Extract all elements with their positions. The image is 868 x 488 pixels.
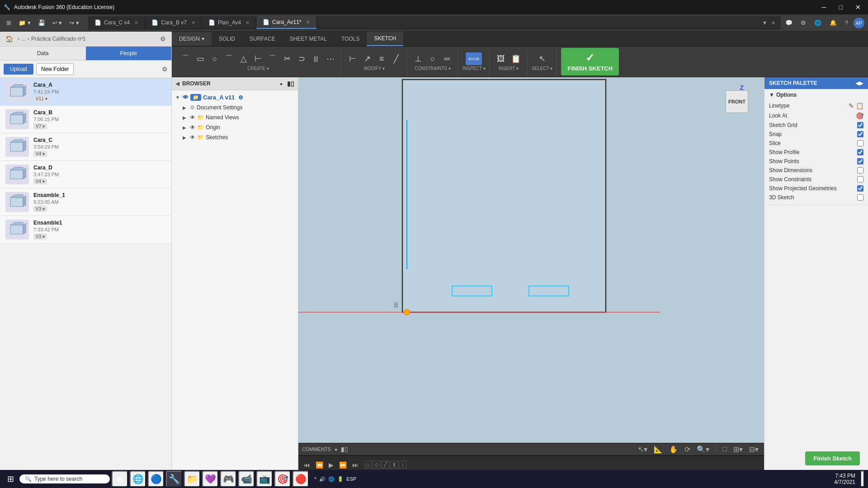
minimize-button[interactable]: ─ <box>818 4 830 11</box>
show-dimensions-checkbox[interactable] <box>857 167 863 174</box>
tray-battery-icon[interactable]: 🔋 <box>337 476 344 482</box>
save-button[interactable]: 💾 <box>35 18 48 28</box>
select-mode-button[interactable]: ↖▾ <box>636 444 649 455</box>
linetype-icon-button2[interactable]: 📋 <box>856 102 863 109</box>
close-tab-cara-b[interactable]: ✕ <box>191 20 195 26</box>
data-tab[interactable]: Data <box>0 47 86 60</box>
insert-dxf-tool[interactable]: 📋 <box>509 52 523 65</box>
tab-tools[interactable]: TOOLS <box>334 32 367 46</box>
taskbar-fusion-icon[interactable]: 🔧 <box>166 471 182 487</box>
home-button[interactable]: 🏠 <box>4 34 15 43</box>
show-points-checkbox[interactable] <box>857 158 863 164</box>
sketches-expand-icon[interactable]: ▶ <box>183 135 188 140</box>
show-profile-checkbox[interactable] <box>857 149 863 155</box>
doc-tab-cara-b[interactable]: 📄 Cara_B v7 ✕ <box>145 17 202 28</box>
browser-item-origin[interactable]: ▶ 👁 📁 Origin <box>179 122 298 132</box>
people-tab[interactable]: People <box>86 47 172 60</box>
taskbar-teams-icon[interactable]: 💜 <box>202 471 218 487</box>
browser-item-named-views[interactable]: ▶ 👁 📁 Named Views <box>179 113 298 122</box>
start-button[interactable]: ⊞ <box>4 472 18 486</box>
modify-tool1[interactable]: ⊢ <box>346 52 359 65</box>
taskbar-clock[interactable]: 7:43 PM 4/7/2021 <box>830 473 859 485</box>
zoom-button[interactable]: 🔍▾ <box>695 444 711 455</box>
redo-button[interactable]: ↪ ▾ <box>66 18 82 28</box>
taskbar-discord-icon[interactable]: 🎮 <box>220 471 236 487</box>
sketch-filter-button[interactable]: ⫶ <box>399 461 406 469</box>
design-dropdown[interactable]: DESIGN ▾ <box>172 32 212 46</box>
modify-tool3[interactable]: ≡ <box>375 52 388 65</box>
sketch-param-button[interactable]: ⊻ <box>390 461 398 469</box>
taskbar-files-icon[interactable]: 📁 <box>184 471 200 487</box>
timeline-beginning-button[interactable]: ⏮ <box>302 460 312 469</box>
root-visibility-icon[interactable]: 👁 <box>183 94 189 101</box>
timeline-end-button[interactable]: ⏭ <box>350 460 360 469</box>
tray-speaker-icon[interactable]: 🔊 <box>319 476 326 482</box>
maximize-button[interactable]: □ <box>835 4 846 11</box>
origin-expand-icon[interactable]: ▶ <box>183 125 188 130</box>
root-expand-icon[interactable]: ▼ <box>175 95 181 100</box>
front-face[interactable]: FRONT <box>726 90 748 113</box>
file-version-badge[interactable]: V4 ▾ <box>33 151 47 157</box>
file-version-badge[interactable]: V7 ▾ <box>33 123 47 129</box>
circle-tool[interactable]: ○ <box>208 52 222 65</box>
tab-sketch[interactable]: SKETCH <box>367 32 403 46</box>
tab-solid[interactable]: SOLID <box>212 32 242 46</box>
options-section-title[interactable]: ▼ Options <box>769 92 863 98</box>
linetype-icon-button1[interactable]: ✎ <box>849 102 854 109</box>
file-item-cara_c[interactable]: Cara_C3:54:29 PMV4 ▾ <box>0 133 171 161</box>
polygon-tool[interactable]: △ <box>237 52 250 65</box>
browser-collapse-button[interactable]: ◀ <box>175 80 179 87</box>
globe-button[interactable]: 🌐 <box>811 18 824 28</box>
file-item-cara_a[interactable]: Cara_A7:41:24 PMV11 ▾ <box>0 78 171 106</box>
constraint-tool1[interactable]: ⊥ <box>411 52 425 65</box>
panel-settings-button[interactable]: ⚙ <box>158 34 168 43</box>
named-views-expand-icon[interactable]: ▶ <box>183 115 188 120</box>
inspect-tool1[interactable]: ⟺ <box>466 52 482 65</box>
fillet-tool[interactable]: ⌒ <box>266 52 279 65</box>
modify-tool4[interactable]: ╱ <box>389 52 403 65</box>
file-item-ensamble1[interactable]: Ensamble17:33:42 PMV3 ▾ <box>0 216 171 244</box>
file-version-badge[interactable]: V11 ▾ <box>33 96 50 102</box>
look-at-button[interactable]: 🎯 <box>856 112 863 119</box>
file-item-ensamble_1[interactable]: Ensamble_19:23:05 AMV3 ▾ <box>0 188 171 216</box>
new-tab-button[interactable]: + <box>770 18 777 27</box>
close-tab-cara-c[interactable]: ✕ <box>134 20 138 26</box>
sketch-point-button[interactable]: ◇ <box>373 461 381 469</box>
trim-tool[interactable]: ✂ <box>280 52 294 65</box>
file-version-badge[interactable]: V3 ▾ <box>33 206 47 212</box>
browser-item-document-settings[interactable]: ▶ ⚙ Document Settings <box>179 103 298 113</box>
browser-expand-icon[interactable]: ▮▯ <box>287 80 294 87</box>
show-projected-checkbox[interactable] <box>857 185 863 192</box>
root-settings-icon[interactable]: ⚙ <box>238 94 243 101</box>
tray-expand-icon[interactable]: ^ <box>314 476 316 482</box>
pan-button[interactable]: ✋ <box>667 444 680 455</box>
taskview-button[interactable]: ⊕ <box>112 471 128 487</box>
taskbar-zoom-icon[interactable]: 📹 <box>238 471 255 487</box>
insert-image-tool[interactable]: 🖼 <box>494 52 508 65</box>
offset-tool[interactable]: ⊃ <box>295 52 308 65</box>
new-folder-button[interactable]: New Folder <box>36 63 74 75</box>
arc-tool[interactable]: ⌒ <box>222 52 236 65</box>
taskbar-game-icon[interactable]: 🎯 <box>274 471 291 487</box>
sketches-visibility-icon[interactable]: 👁 <box>190 134 195 141</box>
user-avatar[interactable]: AP <box>854 18 864 28</box>
rectangle-tool[interactable]: ▭ <box>193 52 207 65</box>
timeline-next-button[interactable]: ⏩ <box>337 460 349 469</box>
finish-sketch-palette-button[interactable]: Finish Sketch <box>805 451 860 465</box>
open-file-button[interactable]: 📁 ▾ <box>16 18 33 28</box>
3d-sketch-checkbox[interactable] <box>857 194 863 201</box>
timeline-play-button[interactable]: ▶ <box>327 460 335 469</box>
view-options-button[interactable]: ⊟▾ <box>747 444 760 455</box>
browser-root-item[interactable]: ▼ 👁 📁 Cara_A v11 ⚙ <box>172 92 298 103</box>
taskbar-search[interactable]: 🔍 Type here to search <box>19 474 110 483</box>
tab-surface[interactable]: SURFACE <box>242 32 283 46</box>
settings-button[interactable]: ⚙ <box>798 18 809 28</box>
doc-tab-overflow-button[interactable]: ▾ <box>761 18 768 27</box>
constraint-tool2[interactable]: ○ <box>426 52 439 65</box>
doc-settings-expand-icon[interactable]: ▶ <box>183 105 188 110</box>
mirror-tool[interactable]: ⫼ <box>309 52 323 65</box>
browser-item-sketches[interactable]: ▶ 👁 📁 Sketches <box>179 132 298 142</box>
sketch-line-button[interactable]: ╱ <box>382 461 389 469</box>
help-button[interactable]: ? <box>842 18 851 28</box>
display-mode-button[interactable]: □ <box>721 444 729 454</box>
